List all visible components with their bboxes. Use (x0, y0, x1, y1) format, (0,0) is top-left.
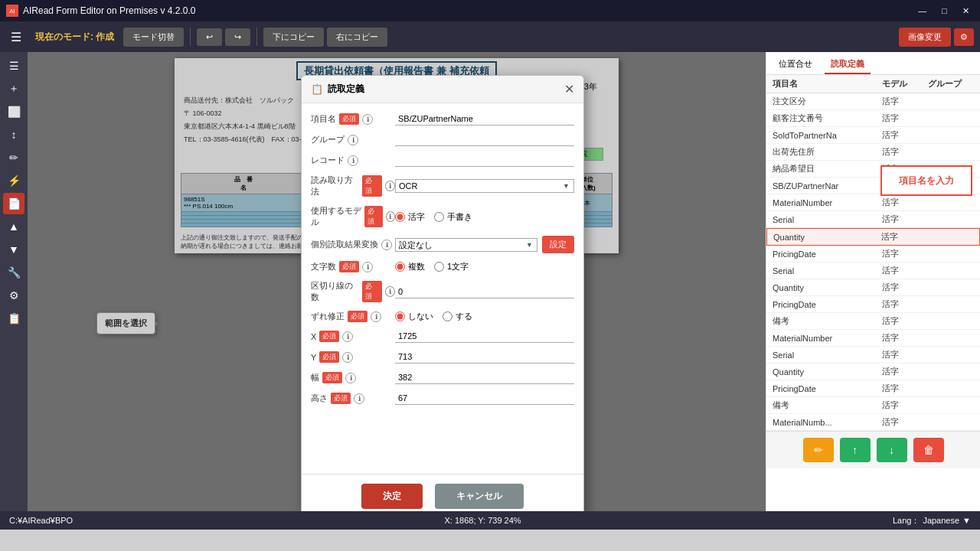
list-item[interactable]: PricingDate 活字 (766, 246, 980, 262)
list-item[interactable]: Quantity 活字 (766, 364, 980, 380)
offset-no-radio[interactable] (395, 311, 405, 321)
mode-switch-button[interactable]: モード切替 (123, 28, 184, 47)
sidebar-icon-move[interactable]: ↕ (3, 124, 24, 145)
sidebar-icon-document[interactable]: 📄 (3, 193, 24, 214)
delete-button[interactable]: 🗑 (913, 438, 944, 462)
set-button[interactable]: 設定 (542, 236, 574, 253)
toolbar-separator (190, 28, 191, 46)
list-item[interactable]: MaterialNumb... 活字 (766, 414, 980, 431)
group-input[interactable] (395, 133, 574, 146)
list-item[interactable]: Quantity 活字 (766, 228, 980, 246)
list-item[interactable]: Serial 活字 (766, 347, 980, 364)
x-info-icon[interactable]: ℹ (342, 331, 353, 342)
model-print-radio[interactable] (395, 212, 405, 222)
list-item[interactable]: 出荷先住所 活字 (766, 144, 980, 161)
read-method-select-container: OCR (395, 179, 574, 193)
gear-button[interactable]: ⚙ (954, 28, 974, 46)
dialog-footer: 決定 キャンセル (302, 474, 583, 511)
right-table-with-overlay: 注文区分 活字 顧客注文番号 活字 SoldToPartnerNa 活字 出荷先… (766, 93, 980, 431)
offset-no-option[interactable]: しない (395, 311, 433, 322)
redo-button[interactable]: ↪ (225, 28, 250, 46)
undo-button[interactable]: ↩ (197, 28, 222, 46)
list-item[interactable]: MaterialNumber 活字 (766, 330, 980, 347)
tab-position[interactable]: 位置合せ (773, 55, 818, 74)
field-name-input[interactable] (395, 112, 574, 126)
copy-down-button[interactable]: 下にコピー (263, 28, 324, 47)
sidebar-icon-nav-up[interactable]: ▲ (3, 216, 24, 237)
individual-select[interactable]: 設定なし (395, 238, 537, 252)
edit-button[interactable]: ✏ (803, 438, 834, 462)
list-item[interactable]: PricingDate 活字 (766, 380, 980, 397)
model-info-icon[interactable]: ℹ (386, 211, 395, 222)
menu-icon-button[interactable]: ☰ (6, 27, 26, 47)
move-down-button[interactable]: ↓ (877, 438, 907, 462)
list-item[interactable]: Serial 活字 (766, 211, 980, 228)
sidebar-icon-tools[interactable]: 🔧 (3, 262, 24, 283)
char-count-info-icon[interactable]: ℹ (362, 262, 373, 272)
x-input[interactable] (395, 330, 574, 343)
list-item[interactable]: Serial 活字 (766, 262, 980, 279)
char-single-radio[interactable] (434, 262, 444, 272)
dialog-close-button[interactable]: ✕ (564, 82, 574, 96)
individual-info-icon[interactable]: ℹ (381, 240, 392, 250)
y-input[interactable] (395, 350, 574, 364)
tab-read-def[interactable]: 読取定義 (825, 55, 871, 74)
record-input[interactable] (395, 154, 574, 167)
copy-right-button[interactable]: 右にコピー (327, 28, 387, 47)
sidebar-icon-lightning[interactable]: ⚡ (3, 170, 24, 191)
delimiter-info-icon[interactable]: ℹ (385, 286, 396, 297)
list-item[interactable]: 注文区分 活字 (766, 93, 980, 110)
height-input[interactable] (395, 392, 574, 405)
list-item[interactable]: Quantity 活字 (766, 279, 980, 296)
right-table-body[interactable]: 注文区分 活字 顧客注文番号 活字 SoldToPartnerNa 活字 出荷先… (766, 93, 980, 431)
app-title: AIRead Form Editor on Premises v 4.2.0.0 (23, 5, 195, 16)
char-multi-radio[interactable] (395, 262, 405, 272)
move-up-button[interactable]: ↑ (840, 438, 871, 462)
read-definition-dialog[interactable]: 📋 読取定義 ✕ 項目名 必須 ℹ (301, 75, 584, 511)
list-item[interactable]: PricingDate 活字 (766, 296, 980, 313)
sidebar-icon-menu[interactable]: ☰ (3, 55, 24, 77)
y-info-icon[interactable]: ℹ (342, 352, 353, 363)
char-multi-option[interactable]: 複数 (395, 261, 425, 272)
list-item[interactable]: 備考 活字 (766, 313, 980, 330)
canvas-area[interactable]: 長期貸出依頼書（使用報告書 兼 補充依頼 2023年 商品送付先：株式会社 ソル… (28, 52, 766, 511)
rt-name-cell: Quantity (773, 283, 882, 292)
model-handwrite-option[interactable]: 手書き (434, 211, 472, 223)
sidebar-icon-select[interactable]: ⬜ (3, 101, 24, 122)
read-method-info-icon[interactable]: ℹ (385, 181, 396, 191)
list-item[interactable]: 備考 活字 (766, 397, 980, 414)
cancel-button[interactable]: キャンセル (435, 484, 524, 509)
sidebar-icon-edit[interactable]: ✏ (3, 147, 24, 168)
lang-dropdown-icon[interactable]: ▼ (962, 516, 971, 525)
height-info-icon[interactable]: ℹ (354, 393, 364, 404)
record-info-icon[interactable]: ℹ (348, 155, 358, 166)
width-info-icon[interactable]: ℹ (345, 373, 356, 383)
width-input[interactable] (395, 371, 574, 384)
offset-yes-radio[interactable] (443, 311, 452, 321)
field-name-info-icon[interactable]: ℹ (362, 114, 373, 125)
sidebar-icon-clipboard[interactable]: 📋 (3, 308, 24, 329)
height-required-badge: 必須 (331, 393, 351, 404)
rt-name-cell: Quantity (773, 233, 881, 242)
read-method-select[interactable]: OCR (395, 179, 574, 193)
offset-info-icon[interactable]: ℹ (371, 311, 381, 322)
list-item[interactable]: SoldToPartnerNa 活字 (766, 127, 980, 144)
decide-button[interactable]: 決定 (361, 484, 423, 509)
model-print-option[interactable]: 活字 (395, 211, 425, 223)
group-info-icon[interactable]: ℹ (348, 135, 358, 145)
maximize-button[interactable]: □ (937, 5, 952, 18)
char-single-option[interactable]: 1文字 (434, 261, 469, 272)
sidebar-icon-nav-down[interactable]: ▼ (3, 239, 24, 260)
offset-yes-option[interactable]: する (443, 311, 472, 322)
delimiter-input[interactable] (395, 285, 574, 298)
minimize-button[interactable]: — (913, 5, 931, 18)
right-action-bar: ✏ ↑ ↓ 🗑 (766, 431, 980, 468)
list-item[interactable]: 顧客注文番号 活字 (766, 110, 980, 127)
list-item[interactable]: MaterialNumber 活字 (766, 194, 980, 211)
close-window-button[interactable]: ✕ (958, 5, 974, 18)
dialog-overlay[interactable]: 📋 読取定義 ✕ 項目名 必須 ℹ (28, 52, 766, 511)
model-handwrite-radio[interactable] (434, 212, 444, 222)
sidebar-icon-add[interactable]: ＋ (3, 78, 24, 99)
sidebar-icon-settings[interactable]: ⚙ (3, 285, 24, 306)
image-change-button[interactable]: 画像変更 (899, 28, 951, 47)
